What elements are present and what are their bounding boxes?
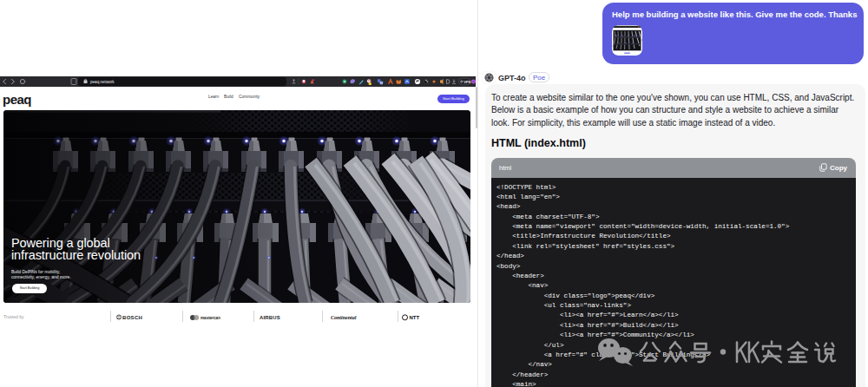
svg-text:peaq.network: peaq.network bbox=[90, 80, 115, 84]
svg-text:AIRBUS: AIRBUS bbox=[260, 315, 280, 320]
svg-text:NTT: NTT bbox=[410, 315, 420, 320]
svg-text:BOSCH: BOSCH bbox=[122, 315, 142, 320]
svg-text:mastercard: mastercard bbox=[201, 315, 220, 319]
svg-text:Continental: Continental bbox=[331, 315, 357, 320]
svg-text:VPN: VPN bbox=[464, 80, 470, 84]
